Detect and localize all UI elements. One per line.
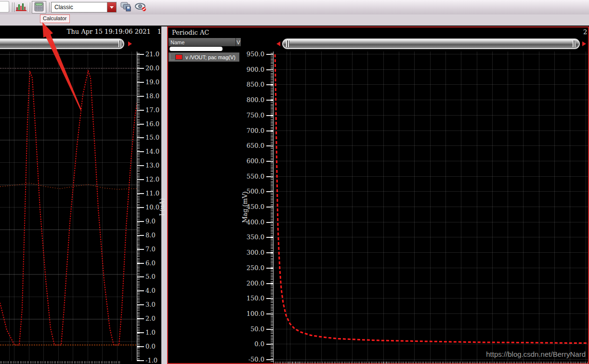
application-window: Classic bbox=[0, 0, 589, 364]
right-x-axis-ticks bbox=[274, 362, 588, 364]
style-combo-dropdown-icon[interactable] bbox=[107, 2, 116, 12]
comment-save-icon bbox=[120, 1, 131, 13]
right-plot-h-scrollbar[interactable] bbox=[282, 39, 580, 49]
tick-label: 300.0 bbox=[240, 249, 264, 256]
eye-hide-button[interactable] bbox=[134, 1, 147, 13]
right-arrow-icon bbox=[128, 41, 132, 46]
major-tick bbox=[137, 137, 144, 138]
tick-label: -50.0 bbox=[240, 356, 264, 363]
scrollbar-grip[interactable] bbox=[118, 40, 122, 47]
major-tick bbox=[137, 54, 144, 55]
calculator-button[interactable] bbox=[32, 1, 46, 13]
tick-label: 600.0 bbox=[240, 157, 264, 165]
tick-label: 17.0 bbox=[145, 106, 159, 114]
major-tick bbox=[137, 179, 144, 180]
tick-label: 15.0 bbox=[145, 134, 159, 141]
major-tick bbox=[137, 332, 144, 333]
tick-label: 20.0 bbox=[145, 65, 159, 72]
scrollbar-grip[interactable] bbox=[286, 40, 289, 47]
tick-label: 50.0 bbox=[240, 325, 264, 333]
toolbar-substrip bbox=[0, 14, 589, 26]
tick-label: 650.0 bbox=[240, 142, 264, 149]
window-number-2: 2 bbox=[583, 28, 587, 36]
tick-label: 4.0 bbox=[145, 287, 156, 294]
major-tick bbox=[137, 346, 144, 347]
right-y-axis-minor-ticks bbox=[271, 53, 273, 362]
major-tick bbox=[137, 263, 144, 264]
right-arrow-icon bbox=[582, 41, 586, 46]
style-combobox-value: Classic bbox=[54, 4, 73, 11]
tree-branch-icon bbox=[170, 54, 174, 60]
major-tick bbox=[137, 249, 144, 250]
plot-header: Thu Apr 15 19:19:06 2021 1 bbox=[48, 28, 161, 36]
major-tick bbox=[137, 276, 144, 277]
major-tick bbox=[137, 304, 144, 305]
tick-label: 14.0 bbox=[145, 148, 159, 155]
tick-label: 100.0 bbox=[240, 310, 264, 317]
right-plot-scroll-left-button[interactable] bbox=[275, 39, 282, 48]
tick-label: -1.0 bbox=[145, 357, 157, 364]
right-plot-canvas[interactable] bbox=[274, 52, 588, 362]
major-tick bbox=[137, 165, 144, 166]
tick-label: 700.0 bbox=[240, 127, 264, 134]
tick-label: 6.0 bbox=[145, 260, 156, 267]
signal-list-v-header[interactable]: V bbox=[236, 38, 241, 46]
right-y-axis-title: Mag (mV) bbox=[241, 190, 248, 224]
scrollbar-grip[interactable] bbox=[573, 40, 576, 47]
tick-label: 1.0 bbox=[145, 329, 156, 336]
tick-label: 16.0 bbox=[145, 120, 159, 128]
left-x-axis-ticks bbox=[0, 361, 120, 364]
tick-label: 12.0 bbox=[145, 176, 159, 183]
major-tick bbox=[137, 110, 144, 111]
comment-save-button[interactable] bbox=[119, 1, 132, 13]
tick-label: 19.0 bbox=[145, 78, 159, 86]
major-tick bbox=[137, 318, 144, 319]
style-combobox[interactable]: Classic bbox=[51, 2, 117, 13]
major-tick bbox=[137, 221, 144, 222]
calculator-icon bbox=[34, 2, 44, 13]
left-arrow-icon bbox=[276, 41, 280, 46]
tick-label: 250.0 bbox=[240, 264, 264, 272]
major-tick bbox=[137, 124, 144, 125]
left-plot-h-scrollbar[interactable] bbox=[0, 39, 124, 49]
partial-toolbar-button[interactable] bbox=[0, 1, 9, 13]
signal-list-scrollbar[interactable] bbox=[170, 47, 223, 51]
major-tick bbox=[137, 235, 144, 236]
tick-label: 8.0 bbox=[145, 232, 156, 239]
major-tick bbox=[137, 151, 144, 152]
left-y-axis-title: I (uA) bbox=[158, 193, 165, 221]
left-plot-scroll-right-button[interactable] bbox=[126, 39, 133, 48]
legend-label: v /VOUT; pac mag(V) bbox=[185, 54, 236, 60]
signal-list-name-header[interactable]: Name bbox=[169, 38, 236, 46]
window-number: 1 bbox=[157, 28, 161, 36]
tick-label: 950.0 bbox=[240, 51, 264, 58]
timestamp: Thu Apr 15 19:19:06 2021 bbox=[67, 28, 151, 36]
toolbar: Classic bbox=[0, 0, 589, 14]
calculator-tooltip: Calculator bbox=[40, 14, 70, 23]
tick-label: 3.0 bbox=[145, 301, 156, 308]
tick-label: 21.0 bbox=[145, 51, 159, 58]
major-tick bbox=[137, 290, 144, 291]
major-tick bbox=[137, 96, 144, 97]
name-header-label: Name bbox=[170, 39, 184, 45]
tick-label: 13.0 bbox=[145, 162, 159, 169]
tick-label: 0.0 bbox=[145, 343, 156, 350]
tick-label: 18.0 bbox=[145, 92, 159, 100]
major-tick bbox=[137, 82, 144, 83]
tick-label: 0.0 bbox=[240, 340, 264, 348]
tick-label: 200.0 bbox=[240, 280, 264, 287]
left-plot-canvas[interactable] bbox=[0, 52, 137, 361]
tick-label: 7.0 bbox=[145, 246, 156, 253]
tick-label: 10.0 bbox=[145, 204, 159, 211]
tick-label: 800.0 bbox=[240, 96, 264, 104]
right-plot-scroll-right-button[interactable] bbox=[580, 39, 588, 48]
tick-label: 850.0 bbox=[240, 81, 264, 88]
major-tick bbox=[137, 68, 144, 69]
eye-hide-icon bbox=[134, 2, 147, 13]
major-tick bbox=[137, 360, 144, 361]
major-tick bbox=[137, 207, 144, 208]
tick-label: 2.0 bbox=[145, 315, 156, 322]
tick-label: 350.0 bbox=[240, 234, 264, 241]
legend-row-vout[interactable]: v /VOUT; pac mag(V) bbox=[169, 52, 239, 62]
histogram-button[interactable] bbox=[14, 1, 27, 13]
